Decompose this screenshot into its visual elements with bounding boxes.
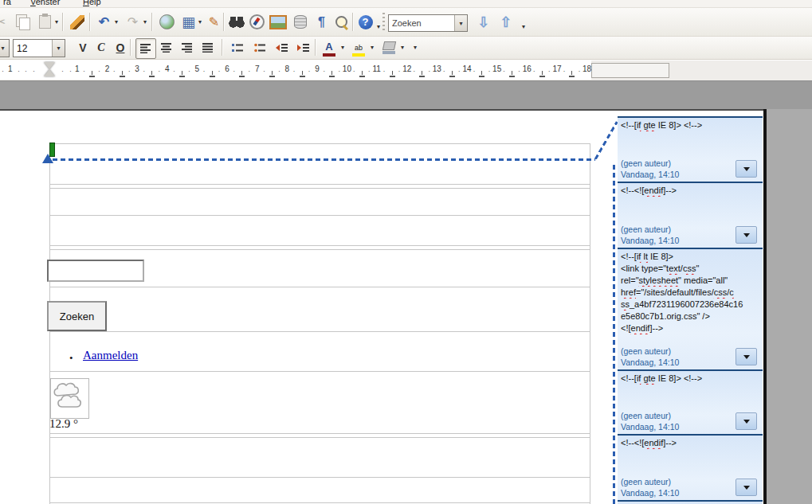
decrease-indent-button[interactable] xyxy=(273,38,292,57)
redo-dropdown-icon[interactable]: ▾ xyxy=(141,18,149,27)
comment-menu-button[interactable] xyxy=(736,412,757,430)
navigator-icon[interactable] xyxy=(247,12,267,32)
undo-icon[interactable]: ↶ xyxy=(94,12,114,32)
find-toolbar-overflow-icon[interactable]: ▾ xyxy=(520,22,528,32)
tab-stop-marker[interactable] xyxy=(269,71,275,77)
toolbar-grip[interactable] xyxy=(382,13,385,32)
comment-text[interactable]: <!--[if gte IE 8]> <!--> xyxy=(618,371,763,385)
tab-stop-marker[interactable] xyxy=(149,71,155,77)
comment[interactable]: <!--[if lt IE 8]><link type="text/css"re… xyxy=(618,248,763,369)
hyperlink-icon[interactable] xyxy=(157,12,177,32)
paste-dropdown-icon[interactable]: ▾ xyxy=(53,18,61,27)
ruler[interactable]: 1······1··2··3··4··5··6··7··8··9··10··11… xyxy=(0,61,812,81)
first-line-indent-marker[interactable] xyxy=(44,62,55,69)
highlighting-dropdown-icon[interactable]: ▾ xyxy=(368,43,376,53)
menu-item[interactable]: ra xyxy=(3,0,11,7)
font-color-dropdown-icon[interactable]: ▾ xyxy=(339,43,347,53)
signin-link[interactable]: Aanmelden xyxy=(83,349,138,362)
find-combobox-dropdown-icon[interactable]: ▾ xyxy=(454,15,467,31)
menu-item[interactable]: Venster xyxy=(30,0,60,7)
tab-stop-marker[interactable] xyxy=(419,71,425,77)
redo-icon[interactable]: ↷ xyxy=(123,12,143,32)
tab-stop-marker[interactable] xyxy=(449,71,455,77)
align-right-button[interactable] xyxy=(178,38,197,57)
find-next-icon[interactable]: ⇩ xyxy=(473,12,494,33)
tab-stop-marker[interactable] xyxy=(300,71,305,77)
comment-menu-button[interactable] xyxy=(736,226,757,244)
cut-icon[interactable]: ✂ xyxy=(0,12,10,32)
copy-icon[interactable] xyxy=(13,12,33,32)
comment-menu-button[interactable] xyxy=(736,160,757,178)
comment[interactable]: <!--[if gte IE 8]> <!--> (geen auteur) V… xyxy=(618,116,763,182)
font-color-button[interactable]: A xyxy=(320,38,339,57)
comment-text[interactable]: <!--<![endif]--> xyxy=(618,436,763,449)
comment[interactable]: <!--<![endif]--> (geen auteur) Vandaag, … xyxy=(618,434,763,500)
font-name-combobox[interactable]: ▾ xyxy=(0,39,10,57)
weather-cloud-image[interactable] xyxy=(50,378,89,419)
tab-stop-marker[interactable] xyxy=(569,71,575,77)
zoom-icon[interactable] xyxy=(331,12,351,32)
menu-item[interactable]: Help xyxy=(83,0,101,7)
comment[interactable]: <!--[if gte IE 8]> <!--> (geen auteur) V… xyxy=(618,369,763,434)
tab-stop-marker[interactable] xyxy=(479,71,484,77)
comment-text[interactable]: <!--[if lt IE 8]><link type="text/css"re… xyxy=(618,249,763,334)
undo-dropdown-icon[interactable]: ▾ xyxy=(112,18,120,27)
formatting-marks-icon[interactable]: ¶ xyxy=(312,12,331,32)
find-previous-icon[interactable]: ⇧ xyxy=(496,12,516,33)
tab-stop-marker[interactable] xyxy=(179,71,185,77)
comment-menu-button[interactable] xyxy=(736,479,757,496)
separator xyxy=(62,13,64,31)
align-justify-button[interactable] xyxy=(198,38,218,57)
align-left-button[interactable] xyxy=(135,38,156,59)
tab-stop-marker[interactable] xyxy=(120,71,125,77)
comment-text[interactable]: <!--<![endif]--> xyxy=(618,183,763,197)
font-size-dropdown-icon[interactable]: ▾ xyxy=(52,40,65,57)
ruler-right-margin[interactable] xyxy=(591,63,669,78)
tab-stop-marker[interactable] xyxy=(239,71,245,77)
background-color-button[interactable] xyxy=(379,38,398,57)
find-replace-icon[interactable] xyxy=(226,12,246,32)
gallery-icon[interactable] xyxy=(268,12,288,32)
format-paintbrush-icon[interactable] xyxy=(67,12,87,32)
left-indent-marker[interactable] xyxy=(44,69,55,76)
formatting-toolbar-overflow-icon[interactable]: ▾ xyxy=(411,43,419,53)
tab-stop-marker[interactable] xyxy=(390,71,395,77)
tab-stop-marker[interactable] xyxy=(89,71,95,77)
comment-menu-button[interactable] xyxy=(736,348,757,365)
highlighting-button[interactable]: ab xyxy=(349,38,368,57)
find-text-value[interactable]: Zoeken xyxy=(389,18,454,28)
comment-time: Vandaag, 14:10 xyxy=(621,357,679,367)
table-dropdown-icon[interactable]: ▾ xyxy=(196,18,204,27)
tab-stop-marker[interactable] xyxy=(539,71,545,77)
increase-indent-button[interactable] xyxy=(294,38,313,57)
align-center-button[interactable] xyxy=(157,38,176,57)
tab-stop-marker[interactable] xyxy=(329,71,335,77)
tab-stop-marker[interactable] xyxy=(509,71,515,77)
comment-text[interactable]: <!--[if gte IE 8]> <!--> xyxy=(618,118,763,131)
font-name-dropdown-icon[interactable]: ▾ xyxy=(0,40,9,57)
find-text-combobox[interactable]: Zoeken ▾ xyxy=(388,14,468,32)
paint-can-icon xyxy=(382,41,395,50)
ruler-number: 5 xyxy=(195,64,200,73)
help-icon[interactable]: ? xyxy=(355,12,375,32)
numbered-list-button[interactable] xyxy=(228,38,247,57)
underline-button[interactable]: O xyxy=(111,38,130,57)
font-size-combobox[interactable]: 12 ▾ xyxy=(13,39,65,57)
ruler-mark: · xyxy=(173,67,175,75)
tab-stop-marker[interactable] xyxy=(210,71,215,77)
standard-toolbar: ✂ ▾ ↶ ▾ ↷ ▾ ▦ ▾ ✎ ¶ ? ▾ Zoeken ▾ ⇩ ⇧ ▾ xyxy=(0,8,812,37)
data-sources-icon[interactable] xyxy=(290,12,310,32)
draw-functions-icon[interactable]: ✎ xyxy=(204,12,224,32)
comment[interactable]: <!--<![endif]--> (geen auteur) Vandaag, … xyxy=(618,182,763,248)
document-search-button[interactable]: Zoeken xyxy=(47,301,107,331)
toolbar-overflow-icon[interactable]: ▾ xyxy=(375,22,382,32)
bold-button[interactable]: V xyxy=(73,38,92,57)
ruler-mark: · xyxy=(578,67,580,75)
tab-stop-marker[interactable] xyxy=(359,71,365,77)
background-color-dropdown-icon[interactable]: ▾ xyxy=(398,43,406,53)
font-size-value[interactable]: 12 xyxy=(14,43,52,54)
comment[interactable]: <!--[if lt IE 8]> xyxy=(618,500,763,504)
italic-button[interactable]: C xyxy=(92,38,111,57)
document-text-input[interactable] xyxy=(47,260,144,282)
bullet-list-button[interactable] xyxy=(250,38,269,57)
